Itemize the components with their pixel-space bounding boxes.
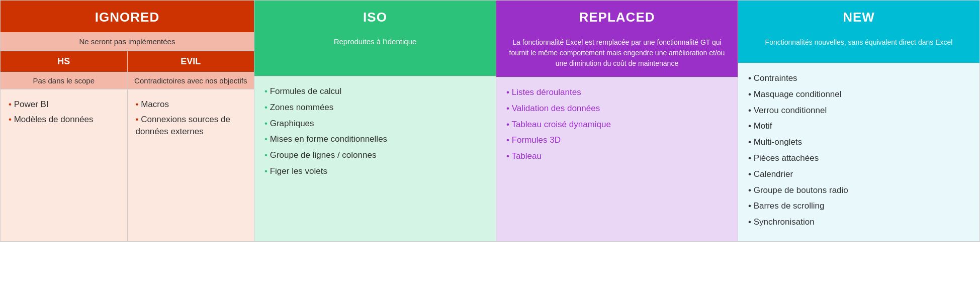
list-item: Mises en forme conditionnelles (264, 133, 486, 145)
list-item: Groupe de boutons radio (748, 184, 969, 196)
list-item: Masquage conditionnel (748, 88, 969, 101)
new-subtitle: Fonctionnalités nouvelles, sans équivale… (738, 32, 979, 63)
list-item: Graphiques (264, 118, 486, 130)
iso-subtitle: Reproduites à l'identique (254, 32, 496, 76)
ignored-subtitle: Ne seront pas implémentées (1, 32, 254, 51)
ignored-subtitles-row: Pas dans le scope Contradictoires avec n… (1, 72, 254, 89)
hs-subtitle-cell: Pas dans le scope (1, 72, 128, 89)
replaced-subtitle: La fonctionnalité Excel est remplacée pa… (496, 32, 738, 77)
evil-list: Macros Connexions sources de données ext… (136, 98, 246, 137)
list-item: Zones nommées (264, 102, 486, 114)
list-item: Calendrier (748, 168, 969, 180)
list-item: Power BI (9, 98, 119, 111)
list-item: Formules 3D (506, 134, 728, 146)
replaced-header: REPLACED (496, 1, 738, 32)
list-item: Tableau croisé dynamique (506, 119, 728, 131)
hs-header: HS (1, 51, 127, 72)
list-item: Modèles de données (9, 114, 119, 126)
list-item: Tableau (506, 150, 728, 162)
list-item: Verrou conditionnel (748, 105, 969, 117)
hs-body: Power BI Modèles de données (1, 89, 127, 241)
list-item: Barres de scrolling (748, 200, 969, 212)
list-item: Groupe de lignes / colonnes (264, 149, 486, 161)
evil-subcolumn: EVIL (128, 51, 254, 72)
list-item: Multi-onglets (748, 136, 969, 148)
hs-subtitle: Pas dans le scope (1, 72, 127, 89)
replaced-column: REPLACED La fonctionnalité Excel est rem… (496, 1, 738, 241)
list-item: Figer les volets (264, 165, 486, 177)
list-item: Listes déroulantes (506, 86, 728, 98)
new-column: NEW Fonctionnalités nouvelles, sans équi… (738, 1, 979, 241)
evil-subtitle: Contradictoires avec nos objectifs (128, 72, 254, 89)
replaced-body: Listes déroulantes Validation des donnée… (496, 77, 738, 241)
list-item: Synchronisation (748, 216, 969, 228)
replaced-list: Listes déroulantes Validation des donnée… (506, 86, 728, 162)
ignored-column: IGNORED Ne seront pas implémentées HS EV… (1, 1, 254, 241)
list-item: Formules de calcul (264, 85, 486, 97)
evil-subtitle-cell: Contradictoires avec nos objectifs (128, 72, 254, 89)
ignored-subheader-row: HS EVIL (1, 51, 254, 72)
evil-body-cell: Macros Connexions sources de données ext… (128, 89, 254, 241)
list-item: Macros (136, 98, 246, 111)
iso-body: Formules de calcul Zones nommées Graphiq… (254, 76, 496, 241)
evil-body: Macros Connexions sources de données ext… (128, 89, 254, 241)
hs-subcolumn: HS (1, 51, 128, 72)
list-item: Pièces attachées (748, 152, 969, 164)
iso-column: ISO Reproduites à l'identique Formules d… (254, 1, 496, 241)
new-body: Contraintes Masquage conditionnel Verrou… (738, 63, 979, 241)
main-table: IGNORED Ne seront pas implémentées HS EV… (0, 0, 980, 242)
list-item: Connexions sources de données externes (136, 114, 246, 138)
new-list: Contraintes Masquage conditionnel Verrou… (748, 72, 969, 228)
evil-header: EVIL (128, 51, 254, 72)
ignored-body-row: Power BI Modèles de données Macros Conne… (1, 89, 254, 241)
list-item: Validation des données (506, 103, 728, 115)
hs-list: Power BI Modèles de données (9, 98, 119, 126)
new-header: NEW (738, 1, 979, 32)
iso-header: ISO (254, 1, 496, 32)
ignored-header: IGNORED (1, 1, 254, 32)
hs-body-cell: Power BI Modèles de données (1, 89, 128, 241)
list-item: Motif (748, 120, 969, 132)
iso-list: Formules de calcul Zones nommées Graphiq… (264, 85, 486, 177)
list-item: Contraintes (748, 72, 969, 84)
